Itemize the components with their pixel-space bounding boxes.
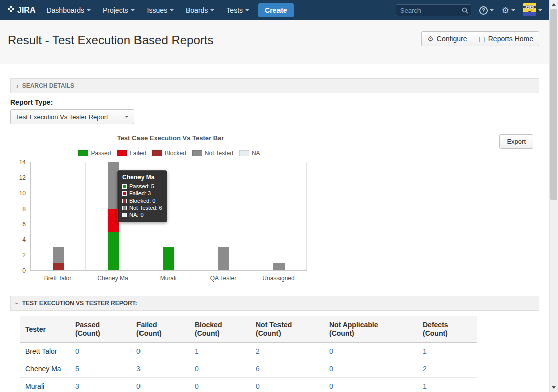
bar-segment-not-tested[interactable] [218,247,229,270]
count-link[interactable]: 1 [423,347,427,355]
legend-swatch-icon [192,150,202,156]
count-link[interactable]: 5 [75,365,79,373]
count-cell: 1 [417,343,477,360]
help-menu[interactable]: ? [479,6,494,15]
count-link[interactable]: 0 [256,382,260,390]
x-axis-labels: Brett TalorCheney MaMuraliQA TesterUnass… [30,275,307,282]
nav-right-group: ? ⚙ [396,3,542,18]
search-icon[interactable] [462,7,468,16]
count-cell: 0 [190,360,251,378]
bar-qa-tester[interactable] [218,247,229,270]
jira-logo-text: JIRA [17,6,35,15]
nav-item-boards[interactable]: Boards [186,6,214,14]
count-cell: 0 [131,378,190,392]
count-link[interactable]: 2 [256,347,260,355]
legend-item-na: NA [239,150,260,157]
report-table-head-row: TesterPassed(Count)Failed(Count)Blocked(… [20,316,477,343]
bar-segment-passed[interactable] [163,247,174,270]
column-header-blocked: Blocked(Count) [190,316,251,343]
chevron-down-icon [87,9,91,11]
y-tick-label: 14 [19,159,26,166]
chevron-down-icon [210,9,214,11]
gear-icon: ⚙ [502,6,509,15]
count-cell: 1 [417,378,477,392]
count-link[interactable]: 0 [329,365,333,373]
table-row-cheney-ma: Cheney Ma530602 [20,360,477,378]
count-cell: 1 [190,343,251,360]
scrollbar-thumb[interactable] [550,9,557,200]
report-type-dropdown[interactable]: Test Execution Vs Tester Report [10,109,134,124]
nav-item-tests[interactable]: Tests [226,6,249,14]
tooltip-swatch-icon [122,213,127,217]
legend-swatch-icon [152,150,162,156]
count-link[interactable]: 0 [329,382,333,390]
user-avatar [523,3,536,18]
nav-item-label: Tests [226,6,243,14]
count-link[interactable]: 0 [136,382,141,390]
bar-unassigned[interactable] [273,263,285,270]
count-link[interactable]: 2 [423,365,427,373]
configure-button[interactable]: ⚙ Configure [421,31,473,46]
search-input[interactable] [396,4,471,16]
legend-label: Passed [91,150,111,157]
nav-item-issues[interactable]: Issues [147,6,174,14]
y-tick-label: 12 [19,174,26,181]
nav-item-label: Boards [186,6,208,14]
nav-item-dashboards[interactable]: Dashboards [46,6,91,14]
count-cell: 2 [251,343,324,360]
jira-logo[interactable]: JIRA [7,5,35,15]
legend-label: Blocked [165,150,186,157]
chart-legend: PassedFailedBlockedNot TestedNA [10,150,331,157]
nav-menu: Dashboards Projects Issues Boards Tests [46,6,249,14]
count-link[interactable]: 6 [256,365,260,373]
y-tick-label: 4 [22,236,26,243]
tooltip-row-failed: Failed: 3 [122,190,162,197]
count-link[interactable]: 3 [75,382,79,390]
page-title: Result - Test Execution Based Reports [8,33,213,47]
chevron-down-icon [131,9,135,11]
count-link[interactable]: 0 [136,347,141,355]
nav-search [396,4,471,16]
tooltip-text: Not Tested: 6 [129,204,162,211]
nav-item-label: Projects [103,6,128,14]
bar-murali[interactable] [163,247,174,270]
user-menu[interactable] [523,3,542,18]
report-section-toggle[interactable]: › TEST EXECUTION VS TESTER REPORT: [10,296,539,311]
create-button[interactable]: Create [258,3,294,17]
scroll-down-button[interactable] [550,383,558,392]
tooltip-swatch-icon [122,206,127,210]
export-button[interactable]: Export [499,134,533,149]
search-details-toggle[interactable]: › SEARCH DETAILS [10,78,539,93]
legend-item-failed: Failed [117,150,146,157]
admin-menu[interactable]: ⚙ [502,6,515,15]
count-cell: 6 [251,360,324,378]
count-link[interactable]: 0 [195,382,199,390]
chevron-down-icon [511,9,515,11]
x-axis-label: Unassigned [251,275,306,282]
count-link[interactable]: 0 [195,365,199,373]
reports-home-button[interactable]: ▤ Reports Home [473,31,540,46]
table-row-murali: Murali300001 [20,378,477,392]
gear-icon: ⚙ [427,35,434,42]
count-link[interactable]: 1 [423,382,427,390]
count-link[interactable]: 0 [329,347,333,355]
category-slot-brett-talor [31,162,86,270]
bar-segment-not-tested[interactable] [273,263,285,270]
tooltip-swatch-icon [122,199,127,203]
count-link[interactable]: 0 [75,347,79,355]
scroll-up-button[interactable] [550,0,558,9]
chart-tooltip: Cheney Ma Passed: 5Failed: 3Blocked: 0No… [117,170,167,222]
nav-item-projects[interactable]: Projects [103,6,135,14]
y-tick-label: 0 [22,267,26,274]
bar-segment-passed[interactable] [108,232,119,270]
count-link[interactable]: 3 [136,365,141,373]
report-type-block: Report Type: Test Execution Vs Tester Re… [10,98,539,124]
chevron-down-icon [125,116,129,118]
count-link[interactable]: 1 [195,347,199,355]
report-table: TesterPassed(Count)Failed(Count)Blocked(… [20,316,477,392]
bar-segment-not-tested[interactable] [53,247,64,263]
bar-brett-talor[interactable] [53,247,64,270]
report-section-label: TEST EXECUTION VS TESTER REPORT: [22,300,137,307]
bar-segment-blocked[interactable] [53,263,64,270]
legend-swatch-icon [78,150,88,156]
